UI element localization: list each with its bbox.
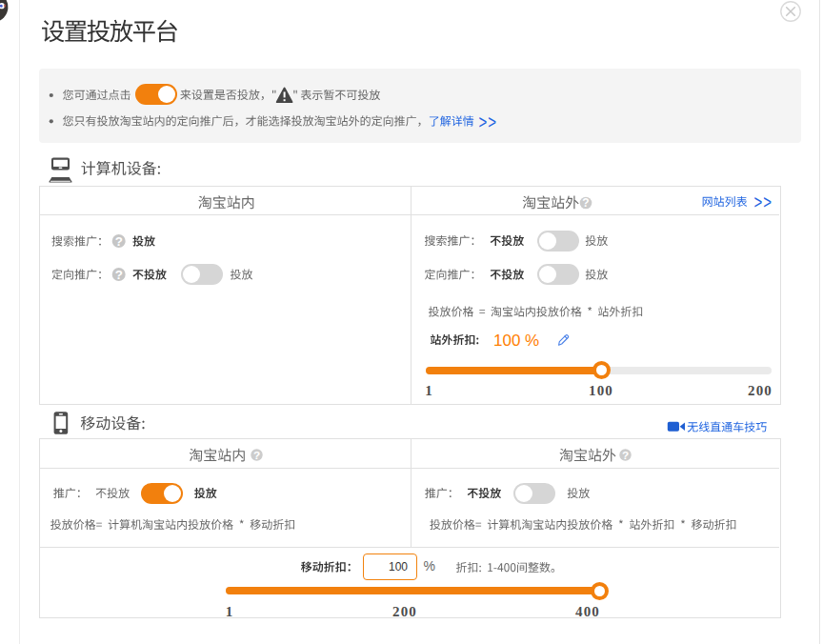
svg-text:?: ? [115,234,123,249]
svg-text:?: ? [622,449,629,461]
svg-text:?: ? [253,449,260,461]
svg-text:?: ? [582,196,589,210]
svg-text:?: ? [115,268,123,282]
